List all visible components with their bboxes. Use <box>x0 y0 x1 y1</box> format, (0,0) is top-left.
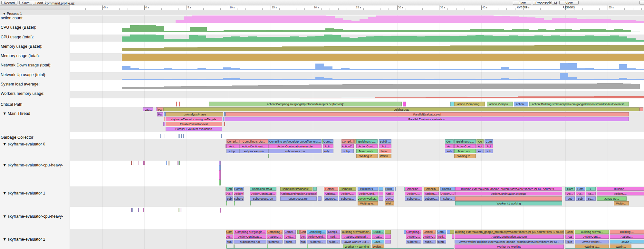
skyframe-evaluator-1-slice[interactable]: Compiling src/g... <box>250 187 276 191</box>
skyframe-evaluator-1-slice[interactable]: subproc... <box>405 196 422 201</box>
skyframe-evaluator-cpu-heavy-2-slice[interactable] <box>178 208 178 212</box>
skyframe-evaluator-1-slice[interactable]: subproc... <box>324 196 338 201</box>
skyframe-evaluator-cpu-heavy-1-slice[interactable] <box>183 167 184 170</box>
skyframe-evaluator-2-slice[interactable] <box>385 240 391 244</box>
main-thread-slice[interactable] <box>639 107 643 112</box>
skyframe-evaluator-2-slice[interactable]: Waitin... <box>610 244 631 249</box>
skyframe-evaluator-1-slice[interactable]: sub <box>565 196 575 201</box>
skyframe-evaluator-1-slice[interactable] <box>395 187 396 191</box>
main-thread-slice[interactable] <box>224 112 226 116</box>
skyframe-evaluator-1-slice[interactable]: Wai... <box>385 201 394 205</box>
critical-path-slice[interactable] <box>403 102 406 106</box>
skyframe-evaluator-cpu-heavy-2-slice[interactable] <box>143 208 144 212</box>
skyframe-evaluator-0-slice[interactable]: Building src... <box>356 139 378 144</box>
critical-path-slice[interactable]: action 'Building src/main/java/com/googl… <box>529 102 629 106</box>
skyframe-evaluator-0-slice[interactable]: Waiting to... <box>454 154 476 158</box>
skyframe-evaluator-2-slice[interactable]: ActionConti... <box>575 234 609 239</box>
main-thread-slice[interactable]: skyframeExecutor.configureTargets <box>166 117 222 121</box>
skyframe-evaluator-2-slice[interactable]: Compiling... <box>267 230 283 234</box>
process-1-header[interactable]: ▼ Process 1 <box>0 10 644 15</box>
skyframe-evaluator-cpu-heavy-1-slice[interactable] <box>179 161 180 165</box>
skyframe-evaluator-1-slice[interactable]: Ac... <box>586 192 596 196</box>
main-thread-slice[interactable]: Par <box>157 112 163 116</box>
skyframe-evaluator-1-slice[interactable] <box>250 201 251 205</box>
main-thread-slice[interactable]: buildTargets <box>163 107 639 112</box>
garbage-collector-slice[interactable] <box>179 134 180 138</box>
skyframe-evaluator-2-slice[interactable]: sub <box>565 240 574 244</box>
skyframe-evaluator-cpu-heavy-1-slice[interactable] <box>143 161 144 165</box>
critical-path-slice[interactable]: action... <box>514 102 528 106</box>
main-thread-slice[interactable] <box>223 117 224 121</box>
track-header-label[interactable]: ▼ skyframe-evaluator-cpu-heavy- <box>3 214 63 219</box>
main-thread-slice[interactable] <box>164 117 165 121</box>
skyframe-evaluator-1-slice[interactable] <box>379 196 383 201</box>
skyframe-evaluator-2-slice[interactable]: Compiling... <box>406 230 421 234</box>
skyframe-evaluator-2-slice[interactable]: sub <box>300 240 306 244</box>
skyframe-evaluator-0-slice[interactable]: Act <box>445 144 454 148</box>
skyframe-evaluator-2-slice[interactable]: subp... <box>284 240 296 244</box>
view-options-button[interactable]: View Options <box>559 1 579 5</box>
skyframe-evaluator-0-slice[interactable]: Com <box>445 139 454 144</box>
skyframe-evaluator-2-slice[interactable]: Acti... <box>327 234 340 239</box>
skyframe-evaluator-0-slice[interactable]: sub <box>476 149 484 153</box>
skyframe-evaluator-1-slice[interactable]: sub <box>576 196 585 201</box>
metadata-button[interactable]: M <box>552 1 557 5</box>
skyframe-evaluator-2-slice[interactable]: Building src/ma... <box>575 230 609 234</box>
skyframe-evaluator-cpu-heavy-1-slice[interactable] <box>219 180 221 185</box>
partial-button[interactable] <box>639 1 644 5</box>
skyframe-evaluator-0-slice[interactable]: Co <box>476 139 484 144</box>
track-header-label[interactable]: ▼ skyframe-evaluator 0 <box>3 142 45 146</box>
skyframe-evaluator-2-slice[interactable]: Com <box>226 230 233 234</box>
skyframe-evaluator-2-slice[interactable] <box>404 230 406 234</box>
skyframe-evaluator-2-slice[interactable]: ActionContinuati... <box>341 234 371 239</box>
skyframe-evaluator-0-slice[interactable]: ActionConti... <box>356 144 378 148</box>
skyframe-evaluator-2-slice[interactable]: ActionC... <box>406 234 421 239</box>
skyframe-evaluator-2-slice[interactable]: subproc... <box>307 240 326 244</box>
skyframe-evaluator-1-slice[interactable]: Waiting to... <box>358 201 378 205</box>
skyframe-evaluator-0-slice[interactable]: Javac... <box>379 149 391 153</box>
critical-path-slice[interactable]: action 'Compili... <box>487 102 513 106</box>
skyframe-evaluator-0-slice[interactable]: Compiling src/g... <box>239 139 268 144</box>
track-header-label[interactable]: ▼ skyframe-evaluator-cpu-heavy- <box>3 163 63 167</box>
skyframe-evaluator-2-slice[interactable] <box>447 230 450 234</box>
skyframe-evaluator-1-slice[interactable]: sub <box>226 196 233 201</box>
skyframe-evaluator-2-slice[interactable]: Building ... <box>610 230 644 234</box>
skyframe-evaluator-0-slice[interactable]: sub <box>445 149 454 153</box>
garbage-collector-slice[interactable] <box>221 134 222 138</box>
load-button[interactable]: Load <box>33 1 45 5</box>
skyframe-evaluator-cpu-heavy-1-slice[interactable] <box>133 161 133 165</box>
garbage-collector-slice[interactable] <box>183 134 184 138</box>
main-thread-slice[interactable]: Parallel Evaluator evaluation <box>225 117 629 121</box>
skyframe-evaluator-cpu-heavy-2-slice[interactable] <box>179 208 179 212</box>
skyframe-evaluator-0-slice[interactable]: Comp... <box>323 139 333 144</box>
skyframe-evaluator-1-slice[interactable]: Jav... <box>385 196 394 201</box>
skyframe-evaluator-1-slice[interactable] <box>234 201 235 205</box>
skyframe-evaluator-cpu-heavy-1-slice[interactable] <box>219 165 221 171</box>
skyframe-evaluator-2-slice[interactable]: Com <box>300 230 306 234</box>
skyframe-evaluator-1-slice[interactable]: ActionConti... <box>358 192 378 196</box>
skyframe-evaluator-2-slice[interactable]: ActionC... <box>267 234 283 239</box>
main-thread-slice[interactable]: ParallelEvaluator.eval <box>166 122 222 126</box>
skyframe-evaluator-1-slice[interactable]: ActionC... <box>234 192 244 196</box>
skyframe-evaluator-2-slice[interactable]: Building external/com_google_protobuf/ja… <box>455 230 564 234</box>
skyframe-evaluator-2-slice[interactable]: subp... <box>423 240 436 244</box>
skyframe-evaluator-2-slice[interactable]: subproc... <box>267 240 283 244</box>
skyframe-evaluator-1-slice[interactable]: ActionContinuati... <box>250 192 276 196</box>
skyframe-evaluator-0-slice[interactable]: Compil... <box>341 139 354 144</box>
skyframe-evaluator-2-slice[interactable]: Waitin... <box>372 244 384 249</box>
skyframe-evaluator-cpu-heavy-2-slice[interactable] <box>132 208 133 212</box>
skyframe-evaluator-2-slice[interactable]: Acti... <box>372 234 384 239</box>
skyframe-evaluator-cpu-heavy-2-slice[interactable] <box>181 208 181 212</box>
skyframe-evaluator-0-slice[interactable]: Act <box>476 144 484 148</box>
critical-path-slice[interactable] <box>450 102 454 106</box>
skyframe-evaluator-2-slice[interactable]: ActionC... <box>423 234 436 239</box>
skyframe-evaluator-0-slice[interactable]: Javac wor... <box>454 149 476 153</box>
skyframe-evaluator-2-slice[interactable]: Act <box>300 234 306 239</box>
skyframe-evaluator-1-slice[interactable] <box>379 187 383 191</box>
skyframe-evaluator-0-slice[interactable]: subprocess.run <box>268 149 322 153</box>
skyframe-evaluator-0-slice[interactable]: Acti... <box>323 144 333 148</box>
skyframe-evaluator-2-slice[interactable]: Compi... <box>284 230 296 234</box>
skyframe-evaluator-1-slice[interactable]: subproc... <box>424 196 439 201</box>
skyframe-evaluator-0-slice[interactable]: ActionConti... <box>454 144 476 148</box>
skyframe-evaluator-2-slice[interactable]: Building src/main/jav... <box>341 230 371 234</box>
